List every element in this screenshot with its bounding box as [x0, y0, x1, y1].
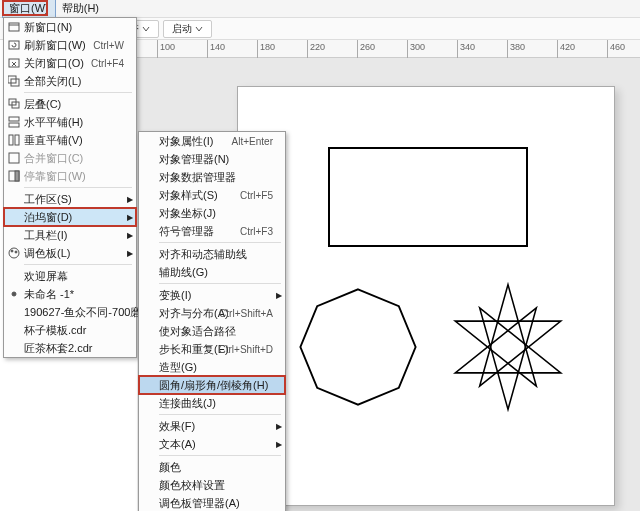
dockers-menu-item-22[interactable]: 颜色校样设置	[139, 476, 285, 494]
dockers-menu-item-1[interactable]: 对象管理器(N)	[139, 150, 285, 168]
launch-chip[interactable]: 启动	[163, 20, 212, 38]
window-menu-item-17[interactable]: 未命名 -1*	[4, 285, 136, 303]
menu-help[interactable]: 帮助(H)	[56, 0, 105, 18]
dockers-submenu-dropdown[interactable]: 对象属性(I)Alt+Enter对象管理器(N)对象数据管理器对象样式(S)Ct…	[138, 131, 286, 511]
dockers-menu-label: 符号管理器	[159, 224, 214, 239]
dockers-menu-item-18[interactable]: 效果(F)▶	[139, 417, 285, 435]
dockers-menu-label: 圆角/扇形角/倒棱角(H)	[159, 378, 268, 393]
window-menu-label: 全部关闭(L)	[24, 74, 81, 89]
refresh-window-icon	[7, 39, 20, 52]
dockers-menu-item-0[interactable]: 对象属性(I)Alt+Enter	[139, 132, 285, 150]
dockers-menu-item-7[interactable]: 对齐和动态辅助线	[139, 245, 285, 263]
dockers-menu-accel: Ctrl+Shift+D	[219, 344, 273, 355]
dockers-menu-item-3[interactable]: 对象样式(S)Ctrl+F5	[139, 186, 285, 204]
window-menu-item-2[interactable]: 关闭窗口(O)Ctrl+F4	[4, 54, 136, 72]
arrange-icon	[7, 152, 20, 165]
svg-rect-13	[9, 123, 19, 127]
svg-rect-18	[15, 171, 19, 181]
window-menu-label: 未命名 -1*	[24, 287, 74, 302]
chevron-right-icon: ▶	[276, 422, 282, 431]
chevron-right-icon: ▶	[127, 213, 133, 222]
window-menu-item-3[interactable]: 全部关闭(L)	[4, 72, 136, 90]
window-menu-label: 工具栏(I)	[24, 228, 67, 243]
window-menu-item-19[interactable]: 杯子模板.cdr	[4, 321, 136, 339]
dockers-menu-item-12[interactable]: 使对象适合路径	[139, 322, 285, 340]
window-menu-item-18[interactable]: 190627-鱼众不同-700磨砂.cdr	[4, 303, 136, 321]
dockers-menu-label: 对齐和动态辅助线	[159, 247, 247, 262]
window-menu-item-16[interactable]: 欢迎屏幕	[4, 267, 136, 285]
chevron-right-icon: ▶	[127, 231, 133, 240]
cascade-icon	[7, 98, 20, 111]
window-menu-label: 工作区(S)	[24, 192, 72, 207]
window-menu-item-0[interactable]: 新窗口(N)	[4, 18, 136, 36]
dockers-menu-label: 调色板管理器(A)	[159, 496, 240, 511]
window-menu-separator	[24, 264, 132, 265]
window-menu-item-7[interactable]: 垂直平铺(V)	[4, 131, 136, 149]
dockers-menu-item-15[interactable]: 圆角/扇形角/倒棱角(H)	[139, 376, 285, 394]
chevron-right-icon: ▶	[127, 195, 133, 204]
close-window-icon	[7, 57, 20, 70]
dockers-menu-label: 使对象适合路径	[159, 324, 236, 339]
window-menu-item-1[interactable]: 刷新窗口(W)Ctrl+W	[4, 36, 136, 54]
dockers-menu-item-13[interactable]: 步长和重复(E)Ctrl+Shift+D	[139, 340, 285, 358]
ruler-horizontal: 100140180220260300340380420460	[137, 40, 640, 58]
dockers-menu-separator	[159, 242, 281, 243]
window-menu-label: 垂直平铺(V)	[24, 133, 83, 148]
window-menu-label: 停靠窗口(W)	[24, 169, 86, 184]
window-menu-dropdown[interactable]: 新窗口(N)刷新窗口(W)Ctrl+W关闭窗口(O)Ctrl+F4全部关闭(L)…	[3, 17, 137, 358]
shape-rectangle[interactable]	[328, 147, 528, 247]
window-menu-item-8: 合并窗口(C)	[4, 149, 136, 167]
dockers-menu-label: 连接曲线(J)	[159, 396, 216, 411]
dockers-menu-item-10[interactable]: 变换(I)▶	[139, 286, 285, 304]
window-menu-item-6[interactable]: 水平平铺(H)	[4, 113, 136, 131]
window-menu-item-5[interactable]: 层叠(C)	[4, 95, 136, 113]
window-menu-item-11[interactable]: 工作区(S)▶	[4, 190, 136, 208]
window-menu-item-20[interactable]: 匠茶杯套2.cdr	[4, 339, 136, 357]
shape-star[interactable]	[443, 282, 573, 412]
dockers-menu-accel: Ctrl+F5	[240, 190, 273, 201]
dockers-menu-item-14[interactable]: 造型(G)	[139, 358, 285, 376]
dockers-menu-label: 辅助线(G)	[159, 265, 208, 280]
dockers-menu-item-2[interactable]: 对象数据管理器	[139, 168, 285, 186]
dockers-menu-item-16[interactable]: 连接曲线(J)	[139, 394, 285, 412]
dockers-menu-item-4[interactable]: 对象坐标(J)	[139, 204, 285, 222]
dockers-menu-accel: Alt+Enter	[232, 136, 273, 147]
dockers-menu-item-8[interactable]: 辅助线(G)	[139, 263, 285, 281]
dockers-menu-item-23[interactable]: 调色板管理器(A)	[139, 494, 285, 511]
dockers-menu-label: 对象样式(S)	[159, 188, 218, 203]
window-menu-label: 匠茶杯套2.cdr	[24, 341, 92, 356]
window-menu-label: 泊坞窗(D)	[24, 210, 72, 225]
chevron-right-icon: ▶	[276, 440, 282, 449]
dockers-menu-item-19[interactable]: 文本(A)▶	[139, 435, 285, 453]
dockers-menu-separator	[159, 414, 281, 415]
new-window-icon	[7, 21, 20, 34]
window-menu-item-14[interactable]: 调色板(L)▶	[4, 244, 136, 262]
window-menu-item-13[interactable]: 工具栏(I)▶	[4, 226, 136, 244]
dockers-menu-item-21[interactable]: 颜色	[139, 458, 285, 476]
window-menu-label: 水平平铺(H)	[24, 115, 83, 130]
menubar: 窗口(W) 帮助(H)	[0, 0, 640, 18]
tile-v-icon	[7, 134, 20, 147]
svg-rect-14	[9, 135, 13, 145]
svg-point-20	[11, 250, 13, 252]
window-menu-separator	[24, 92, 132, 93]
app-root: 窗口(W) 帮助(H) 贴齐 启动 1001401802202603003403…	[0, 0, 640, 511]
chevron-right-icon: ▶	[276, 291, 282, 300]
dockers-menu-item-5[interactable]: 符号管理器Ctrl+F3	[139, 222, 285, 240]
window-menu-label: 层叠(C)	[24, 97, 61, 112]
page	[237, 86, 615, 506]
shape-octagon[interactable]	[298, 287, 418, 407]
window-menu-label: 关闭窗口(O)	[24, 56, 84, 71]
svg-rect-12	[9, 117, 19, 121]
tile-h-icon	[7, 116, 20, 129]
dockers-menu-separator	[159, 283, 281, 284]
svg-point-21	[15, 251, 17, 253]
svg-rect-16	[9, 153, 19, 163]
window-menu-item-12[interactable]: 泊坞窗(D)▶	[4, 208, 136, 226]
dockers-menu-item-11[interactable]: 对齐与分布(A)Ctrl+Shift+A	[139, 304, 285, 322]
dockers-menu-label: 文本(A)	[159, 437, 196, 452]
dockers-menu-separator	[159, 455, 281, 456]
dockers-menu-label: 颜色校样设置	[159, 478, 225, 493]
dot	[7, 288, 20, 301]
svg-marker-2	[455, 285, 561, 387]
